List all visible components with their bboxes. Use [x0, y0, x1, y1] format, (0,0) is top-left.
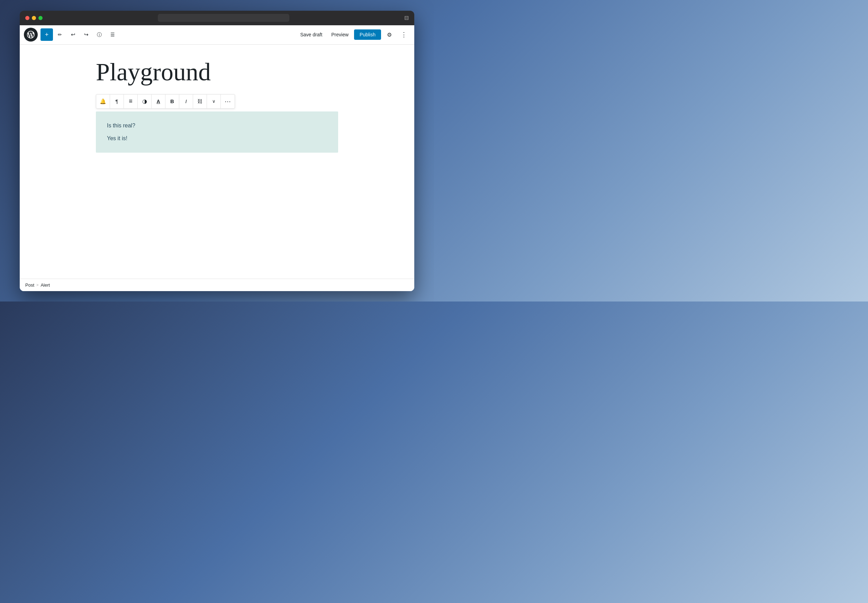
editor-area: + Save draft Pre [20, 25, 414, 291]
gear-icon [387, 31, 392, 38]
wp-logo[interactable] [24, 28, 38, 42]
browser-chrome: /wp-admin/post-new.php ⊟ [20, 11, 414, 25]
redo-icon [84, 31, 89, 38]
font-color-icon: A [156, 99, 160, 104]
list-icon [110, 31, 115, 38]
italic-icon: I [185, 98, 187, 104]
close-button[interactable] [25, 16, 29, 20]
bold-icon: B [170, 98, 174, 104]
font-color-button[interactable]: A [151, 94, 165, 108]
undo-button[interactable] [67, 28, 79, 41]
more-icon [401, 31, 407, 39]
browser-window: /wp-admin/post-new.php ⊟ + [20, 11, 414, 291]
alert-block[interactable]: Is this real? Yes it is! [96, 111, 338, 153]
url-input[interactable]: /wp-admin/post-new.php [158, 14, 289, 22]
breadcrumb: Post > Alert [25, 283, 50, 288]
chevron-down-icon: ∨ [212, 99, 216, 104]
align-left-icon: ≡ [129, 97, 133, 105]
breadcrumb-current[interactable]: Alert [40, 283, 50, 288]
alert-line-1: Is this real? [107, 121, 327, 130]
list-view-button[interactable] [106, 28, 119, 41]
preview-button[interactable]: Preview [328, 30, 352, 39]
undo-icon [71, 31, 76, 38]
half-circle-icon: ◑ [142, 98, 147, 105]
post-content-area: Playground 🔔 ¶ ≡ ◑ A [96, 59, 338, 153]
link-button[interactable]: ⛓ [193, 94, 207, 108]
breadcrumb-post[interactable]: Post [25, 283, 34, 288]
info-icon [97, 31, 102, 38]
alert-block-type-button[interactable]: 🔔 [96, 94, 110, 108]
editor-content: Playground 🔔 ¶ ≡ ◑ A [20, 45, 414, 279]
maximize-button[interactable] [39, 16, 43, 20]
paragraph-align-button[interactable]: ¶ [110, 94, 124, 108]
link-icon: ⛓ [197, 98, 202, 104]
ellipsis-icon: ⋯ [225, 97, 231, 105]
browser-controls-right: ⊟ [404, 14, 409, 21]
block-more-options-button[interactable]: ⋯ [221, 94, 235, 108]
address-bar: /wp-admin/post-new.php [43, 14, 404, 22]
more-options-chevron-button[interactable]: ∨ [207, 94, 221, 108]
toolbar-left: + [40, 28, 119, 41]
bell-icon: 🔔 [100, 98, 106, 105]
sliders-icon: ⊟ [404, 14, 409, 21]
wp-logo-svg [27, 31, 35, 39]
toolbar-right: Save draft Preview Publish [297, 28, 410, 41]
post-title[interactable]: Playground [96, 59, 338, 86]
traffic-lights [25, 16, 43, 20]
add-block-button[interactable]: + [40, 28, 53, 41]
editor-footer: Post > Alert [20, 279, 414, 291]
paragraph-icon: ¶ [115, 98, 118, 104]
alert-line-2: Yes it is! [107, 134, 327, 143]
bold-button[interactable]: B [165, 94, 179, 108]
publish-button[interactable]: Publish [354, 29, 381, 40]
block-toolbar: 🔔 ¶ ≡ ◑ A B [96, 94, 235, 109]
settings-button[interactable] [383, 28, 395, 41]
editor-toolbar: + Save draft Pre [20, 25, 414, 45]
redo-button[interactable] [80, 28, 93, 41]
info-button[interactable] [93, 28, 105, 41]
more-menu-button[interactable] [398, 28, 410, 41]
color-half-circle-button[interactable]: ◑ [138, 94, 151, 108]
pencil-icon [58, 31, 62, 38]
align-left-button[interactable]: ≡ [124, 94, 138, 108]
minimize-button[interactable] [32, 16, 36, 20]
save-draft-button[interactable]: Save draft [297, 30, 326, 39]
italic-button[interactable]: I [179, 94, 193, 108]
breadcrumb-separator: > [36, 283, 39, 287]
tools-button[interactable] [54, 28, 66, 41]
